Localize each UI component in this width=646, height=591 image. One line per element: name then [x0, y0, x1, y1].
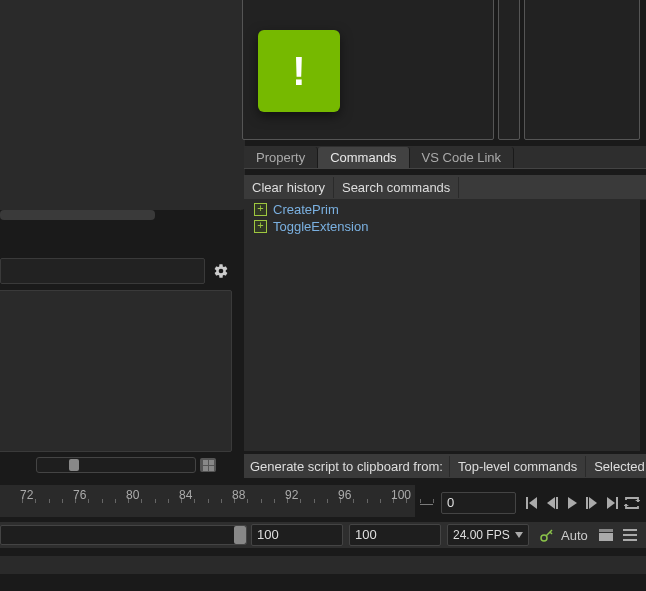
- slider-thumb[interactable]: [69, 459, 79, 471]
- step-back-icon[interactable]: [544, 494, 560, 512]
- svg-rect-4: [556, 497, 558, 509]
- ruler-label: 100: [391, 488, 411, 502]
- svg-rect-18: [623, 539, 637, 541]
- svg-rect-9: [616, 497, 618, 509]
- tab-property[interactable]: Property: [244, 147, 318, 168]
- expand-icon[interactable]: +: [254, 203, 267, 216]
- commands-list: + CreatePrim + ToggleExtension: [244, 199, 640, 451]
- generate-label: Generate script to clipboard from:: [244, 459, 449, 474]
- loop-icon[interactable]: [624, 494, 640, 512]
- ruler-label: 92: [285, 488, 298, 502]
- left-panel-scroll-stub: [0, 210, 155, 220]
- play-icon[interactable]: [564, 494, 580, 512]
- ruler-label: 96: [338, 488, 351, 502]
- bottom-strip: [0, 556, 646, 574]
- generate-script-bar: Generate script to clipboard from: Top-l…: [244, 454, 646, 478]
- chevron-down-icon: [515, 531, 523, 539]
- svg-rect-16: [623, 529, 637, 531]
- ruler-label: 84: [179, 488, 192, 502]
- tab-vscode-link[interactable]: VS Code Link: [410, 147, 515, 168]
- command-item[interactable]: + ToggleExtension: [244, 218, 640, 235]
- left-search-row: [0, 258, 233, 284]
- menu-icon[interactable]: [620, 525, 640, 545]
- gen-top-level-button[interactable]: Top-level commands: [449, 456, 585, 477]
- svg-marker-12: [515, 532, 523, 538]
- timeline-drag-dash[interactable]: —: [420, 496, 433, 511]
- expand-icon[interactable]: +: [254, 220, 267, 233]
- svg-marker-5: [568, 497, 577, 509]
- fps-dropdown[interactable]: 24.00 FPS: [447, 524, 529, 546]
- preview-divider[interactable]: [498, 0, 520, 140]
- svg-rect-17: [623, 534, 637, 536]
- preview-side[interactable]: [524, 0, 640, 140]
- svg-marker-3: [547, 497, 555, 509]
- clapper-icon[interactable]: [596, 525, 616, 545]
- left-panel-lower: [0, 290, 232, 452]
- range-end-field-1[interactable]: 100: [251, 524, 343, 546]
- ruler-label: 76: [73, 488, 86, 502]
- clear-history-button[interactable]: Clear history: [244, 177, 334, 198]
- command-label: ToggleExtension: [273, 218, 368, 235]
- current-frame-field[interactable]: 0: [441, 492, 516, 514]
- key-icon[interactable]: [537, 525, 557, 545]
- svg-marker-6: [589, 497, 597, 509]
- ruler-label: 88: [232, 488, 245, 502]
- svg-marker-15: [599, 529, 613, 532]
- commands-toolbar: Clear history Search commands: [244, 175, 646, 200]
- timeline-row-2: 100 100 24.00 FPS Auto: [0, 522, 646, 548]
- step-forward-icon[interactable]: [584, 494, 600, 512]
- command-item[interactable]: + CreatePrim: [244, 201, 640, 218]
- ruler-label: 80: [126, 488, 139, 502]
- callout-badge: !: [258, 30, 340, 112]
- svg-rect-7: [586, 497, 588, 509]
- left-panel-upper: [0, 0, 245, 210]
- callout-mark: !: [292, 49, 305, 94]
- panel-tabs: Property Commands VS Code Link: [244, 146, 646, 169]
- svg-marker-8: [607, 497, 615, 509]
- timeline-ruler[interactable]: 72768084889296100: [0, 485, 415, 517]
- timeline-range-slider[interactable]: [0, 525, 247, 545]
- gear-icon[interactable]: [209, 259, 233, 283]
- grid-toggle-icon[interactable]: [200, 458, 216, 472]
- auto-key-label[interactable]: Auto: [561, 528, 588, 543]
- svg-marker-1: [529, 497, 537, 509]
- go-to-end-icon[interactable]: [604, 494, 620, 512]
- timeline-controls: — 0: [420, 492, 640, 514]
- fps-value: 24.00 FPS: [453, 525, 510, 545]
- range-thumb[interactable]: [234, 526, 246, 544]
- command-label: CreatePrim: [273, 201, 339, 218]
- filter-input[interactable]: [0, 258, 205, 284]
- thumbnail-size-row: [36, 457, 216, 473]
- svg-point-13: [541, 535, 547, 541]
- go-to-start-icon[interactable]: [524, 494, 540, 512]
- svg-rect-14: [599, 533, 613, 541]
- thumbnail-size-slider[interactable]: [36, 457, 196, 473]
- gen-selected-button[interactable]: Selected commands: [585, 456, 646, 477]
- tab-commands[interactable]: Commands: [318, 147, 409, 168]
- ruler-label: 72: [20, 488, 33, 502]
- svg-rect-2: [526, 497, 528, 509]
- range-end-field-2[interactable]: 100: [349, 524, 441, 546]
- search-commands-button[interactable]: Search commands: [334, 177, 459, 198]
